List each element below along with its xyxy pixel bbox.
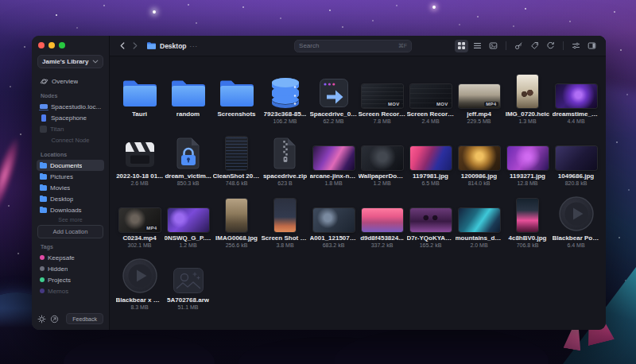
sidebar-item-desktop[interactable]: Desktop — [37, 193, 104, 204]
file-item[interactable]: dream_victim...850.3 kB — [164, 125, 212, 187]
sidebar-item-pictures[interactable]: Pictures — [37, 171, 104, 182]
clapper-icon — [124, 138, 156, 170]
file-item[interactable]: MOVScreen Recordi...7.8 MB — [358, 63, 406, 125]
file-item[interactable]: Blackbear Post...6.4 MB — [552, 187, 600, 249]
sidebar-item-movies[interactable]: Movies — [37, 182, 104, 193]
breadcrumb[interactable]: Desktop ... — [146, 41, 198, 50]
file-item[interactable]: IMAG0068.jpg256.6 kB — [212, 187, 261, 249]
sidebar-item-label: Hidden — [48, 265, 68, 273]
file-item[interactable]: 7923c368-85...106.2 MB — [261, 63, 309, 125]
file-item[interactable]: spacedrive.zip623 B — [261, 125, 309, 187]
file-item[interactable]: A001_1215070...683.2 kB — [309, 187, 358, 249]
locked-icon — [174, 137, 203, 170]
sidebar-item-projects[interactable]: Projects — [37, 274, 104, 285]
sidebar-item-overview[interactable]: Overview — [37, 75, 104, 87]
file-item[interactable]: MOVScreen Recordi...2.4 MB — [406, 63, 455, 125]
file-name: A001_1215070... — [310, 234, 358, 242]
sidebar-item-documents[interactable]: Documents — [37, 160, 104, 171]
file-item[interactable]: 2022-10-18 01...2.6 MB — [115, 125, 164, 187]
phone-icon — [41, 114, 46, 122]
connect-node-button[interactable]: Connect Node — [37, 134, 103, 146]
video-thumbnail: MP4 — [119, 208, 161, 232]
file-size: 229.5 MB — [467, 118, 491, 125]
file-name: mountains_dri... — [456, 234, 503, 242]
see-more-link[interactable]: See more — [37, 217, 103, 223]
explorer-settings-button[interactable] — [569, 40, 583, 52]
sidebar-sections: NodesSpacestudio.loc...SpacephoneTitanCo… — [37, 87, 103, 296]
feedback-button[interactable]: Feedback — [66, 313, 103, 324]
file-item[interactable]: 4c8hBV0.jpg706.8 kB — [503, 187, 552, 249]
file-name: 0NSWQ_G_P.p... — [165, 234, 212, 242]
file-item[interactable]: 1193271.jpg12.8 MB — [503, 125, 552, 187]
file-item[interactable]: Tauri — [115, 63, 164, 125]
file-item[interactable]: Blackbear x Ho...8.3 MB — [115, 249, 164, 311]
settings-button[interactable] — [37, 315, 46, 323]
laptop-icon — [40, 104, 48, 109]
library-switcher[interactable]: Jamie's Library — [37, 55, 103, 68]
file-item[interactable]: Spacedrive_0.1...62.2 MB — [309, 63, 358, 125]
video-thumbnail — [313, 208, 355, 232]
file-thumbnail — [170, 69, 207, 108]
file-size: 337.2 kB — [371, 242, 394, 249]
file-item[interactable]: 5A702768.arw51.1 MB — [164, 249, 212, 311]
file-name: arcane-jinx-ne... — [310, 172, 358, 180]
image-thumbnail — [274, 199, 296, 232]
file-item[interactable]: mountains_dri...2.0 MB — [455, 187, 503, 249]
file-item[interactable]: Screenshots — [212, 63, 261, 125]
forward-button[interactable] — [129, 41, 141, 51]
inspector-toggle-button[interactable] — [585, 40, 599, 52]
sidebar-item-hidden[interactable]: Hidden — [37, 263, 104, 274]
file-thumbnail — [362, 131, 403, 170]
file-name: Tauri — [132, 110, 147, 118]
search-box[interactable]: ⌘F — [294, 40, 412, 52]
image-thumbnail — [313, 146, 355, 170]
file-item[interactable]: 0NSWQ_G_P.p...1.2 MB — [164, 187, 212, 249]
file-item[interactable]: MP4jeff.mp4229.5 MB — [455, 63, 503, 125]
server-icon — [40, 126, 47, 133]
view-grid-button[interactable] — [455, 40, 468, 52]
zip-icon — [272, 137, 299, 170]
file-size: 1.2 MB — [373, 180, 390, 187]
file-item[interactable]: d9d8f453824...337.2 kB — [358, 187, 406, 249]
tag-assign-button[interactable] — [528, 40, 541, 52]
file-item[interactable]: 1197981.jpg6.5 MB — [406, 125, 455, 187]
file-item[interactable]: arcane-jinx-ne...1.8 MB — [309, 125, 358, 187]
media-view-icon — [489, 41, 498, 50]
file-item[interactable]: Screen Shot 2...3.8 MB — [261, 187, 309, 249]
close-button[interactable] — [38, 42, 45, 48]
back-button[interactable] — [117, 41, 129, 51]
inspector-panel-icon — [588, 41, 596, 50]
sidebar-item-keepsafe[interactable]: Keepsafe — [37, 252, 104, 263]
sidebar-item-memos[interactable]: Memos — [37, 285, 104, 296]
refresh-button[interactable] — [544, 40, 557, 52]
sidebar-item-label: Memos — [48, 288, 68, 295]
file-item[interactable]: dreamstime_x...4.4 MB — [552, 63, 600, 125]
image-thumbnail — [507, 146, 549, 170]
file-item[interactable]: MP4C0234.mp4302.1 MB — [115, 187, 164, 249]
file-size: 62.2 MB — [323, 118, 343, 125]
sidebar-item-downloads[interactable]: Downloads — [37, 204, 104, 215]
spacedrop-button[interactable] — [50, 315, 59, 323]
file-item[interactable]: 1200986.jpg814.0 kB — [455, 125, 503, 187]
file-item[interactable]: random — [164, 63, 212, 125]
add-location-button[interactable]: Add Location — [37, 225, 103, 238]
search-input[interactable] — [299, 42, 398, 49]
file-item[interactable]: WallpaperDog-...1.2 MB — [358, 125, 406, 187]
sidebar-item-spacephone[interactable]: Spacephone — [37, 112, 104, 123]
sidebar-item-spacestudio-loc[interactable]: Spacestudio.loc... — [37, 101, 104, 112]
zoom-button[interactable] — [59, 42, 65, 48]
folder-icon — [40, 196, 47, 202]
sidebar-item-titan[interactable]: Titan — [37, 123, 104, 134]
file-item[interactable]: CleanShot 202...748.6 kB — [212, 125, 261, 187]
file-item[interactable]: D7r-YQoKYAUt...165.2 kB — [406, 187, 455, 249]
file-thumbnail — [459, 193, 500, 232]
key-manager-button[interactable] — [512, 40, 525, 52]
view-list-button[interactable] — [471, 40, 484, 52]
file-item[interactable]: 1049686.jpg820.8 kB — [552, 125, 600, 187]
minimize-button[interactable] — [48, 42, 55, 48]
file-item[interactable]: IMG_0720.heic1.3 MB — [503, 63, 552, 125]
view-media-button[interactable] — [487, 40, 500, 52]
format-badge: MOV — [386, 102, 401, 106]
file-thumbnail — [517, 193, 538, 232]
file-thumbnail: MOV — [410, 69, 452, 108]
